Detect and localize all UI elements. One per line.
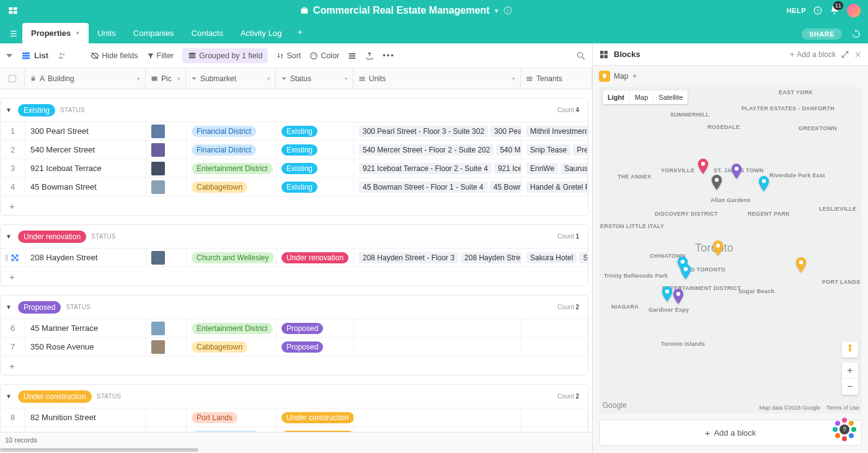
table-row[interactable]: 1300 Pearl StreetFinancial DistrictExist… xyxy=(1,122,588,141)
cell-pic[interactable] xyxy=(146,338,187,356)
cell-tenants[interactable]: Mithril Investment xyxy=(521,122,588,140)
cell-building[interactable]: 921 Iceboat Terrace xyxy=(25,159,146,177)
cell-submarket[interactable]: Entertainment District xyxy=(187,159,277,177)
cell-status[interactable]: Proposed xyxy=(277,338,354,356)
cell-submarket[interactable]: Cabbagetown xyxy=(187,178,277,196)
cell-tenants[interactable]: EnnWeSaurus F xyxy=(521,159,588,177)
map-pin[interactable] xyxy=(680,264,692,280)
sort-button[interactable]: Sort xyxy=(277,51,301,60)
table-row[interactable]: 208 Hayden StreetChurch and WellesleyUnd… xyxy=(1,248,588,267)
horizontal-scrollbar[interactable] xyxy=(0,447,592,453)
cell-building[interactable]: 208 Hayden Street xyxy=(25,248,146,266)
scroll-thumb[interactable] xyxy=(0,448,198,452)
cell-tenants[interactable]: Snip TeasePress xyxy=(521,141,588,159)
cell-submarket[interactable]: Port Lands xyxy=(187,408,277,426)
collapse-icon[interactable]: ▼ xyxy=(4,233,13,240)
cell-tenants[interactable] xyxy=(521,319,588,337)
cell-pic[interactable] xyxy=(146,122,187,140)
cell-building[interactable]: 25 Ching Lane xyxy=(25,427,146,432)
cell-submarket[interactable]: Financial District xyxy=(187,141,277,159)
row-height-icon[interactable] xyxy=(348,51,356,60)
hide-fields-button[interactable]: Hide fields xyxy=(91,51,138,60)
cell-tenants[interactable]: Sakura HotelSai xyxy=(521,248,588,266)
cell-building[interactable]: 82 Munition Street xyxy=(25,408,146,426)
column-pic[interactable]: Pic▾ xyxy=(146,68,186,89)
cell-submarket[interactable]: Church and Wellesley xyxy=(187,248,277,266)
map-pin[interactable] xyxy=(795,257,807,273)
share-button[interactable]: SHARE xyxy=(802,29,842,40)
filter-button[interactable]: Filter xyxy=(147,51,174,60)
cell-tenants[interactable] xyxy=(521,338,588,356)
cell-pic[interactable] xyxy=(146,159,187,177)
cell-pic[interactable] xyxy=(146,427,187,432)
more-icon[interactable]: ••• xyxy=(383,51,395,60)
map-block-header[interactable]: Map ▼ xyxy=(593,66,868,87)
cell-units[interactable] xyxy=(354,319,521,337)
help-icon[interactable]: ? xyxy=(813,6,822,15)
add-row-button[interactable]: + xyxy=(1,267,588,286)
column-status[interactable]: Status▾ xyxy=(276,68,353,89)
cell-submarket[interactable]: Entertainment District xyxy=(187,319,277,337)
cell-pic[interactable] xyxy=(146,178,187,196)
base-title[interactable]: Commercial Real Estate Management ▼ xyxy=(25,5,787,16)
intercom-launcher[interactable]: ? xyxy=(830,415,859,444)
collaborators-icon[interactable] xyxy=(57,51,67,61)
color-button[interactable]: Color xyxy=(309,51,339,60)
tab-properties[interactable]: Properties▼ xyxy=(22,23,89,43)
views-sidebar-toggle[interactable] xyxy=(6,53,12,59)
tab-contacts[interactable]: Contacts xyxy=(183,23,232,43)
cell-units[interactable]: 208 Hayden Street - Floor 3208 Hayden St… xyxy=(354,248,521,266)
history-icon[interactable] xyxy=(851,29,861,39)
tab-units[interactable]: Units xyxy=(89,23,125,43)
cell-units[interactable]: 921 Iceboat Terrace - Floor 2 - Suite 49… xyxy=(354,159,521,177)
add-block-link[interactable]: + Add a block xyxy=(790,50,836,59)
cell-status[interactable]: Under construction xyxy=(277,427,354,432)
collapse-icon[interactable]: ▼ xyxy=(4,393,13,400)
expand-record-icon[interactable] xyxy=(10,253,20,263)
tables-menu-icon[interactable]: ☰ xyxy=(5,29,22,43)
help-link[interactable]: HELP xyxy=(787,7,806,14)
info-icon[interactable] xyxy=(503,6,512,15)
cell-units[interactable] xyxy=(354,338,521,356)
cell-submarket[interactable]: Financial District xyxy=(187,122,277,140)
cell-status[interactable]: Under construction xyxy=(277,408,354,426)
map-zoom-control[interactable]: +− xyxy=(842,363,858,395)
share-view-icon[interactable] xyxy=(365,51,374,60)
map-pin[interactable] xyxy=(712,240,724,257)
cell-building[interactable]: 300 Pearl Street xyxy=(25,122,146,140)
cell-pic[interactable] xyxy=(146,141,187,159)
cell-submarket[interactable]: Downtown Yonge xyxy=(187,427,277,432)
cell-units[interactable] xyxy=(354,427,521,432)
add-table-button[interactable] xyxy=(290,23,310,43)
group-header[interactable]: ▼ProposedSTATUSCount 2 xyxy=(1,296,588,319)
cell-building[interactable]: 350 Rose Avenue xyxy=(25,338,146,356)
search-icon[interactable] xyxy=(576,51,586,61)
column-building[interactable]: ABuilding▾ xyxy=(25,68,146,89)
map-pin[interactable] xyxy=(697,159,709,175)
cell-submarket[interactable]: Cabbagetown xyxy=(187,338,277,356)
cell-status[interactable]: Existing xyxy=(277,141,354,159)
table-row[interactable]: 3921 Iceboat TerraceEntertainment Distri… xyxy=(1,159,588,178)
table-row[interactable]: 445 Bowman StreetCabbagetownExisting45 B… xyxy=(1,178,588,196)
cell-tenants[interactable] xyxy=(521,408,588,426)
cell-units[interactable]: 300 Pearl Street - Floor 3 - Suite 30230… xyxy=(354,122,521,140)
map-pin[interactable] xyxy=(730,164,743,180)
group-header[interactable]: ▼Under constructionSTATUSCount 2 xyxy=(1,385,588,408)
map-pin[interactable] xyxy=(711,175,723,191)
map-pin[interactable] xyxy=(758,176,770,192)
tab-companies[interactable]: Companies xyxy=(125,23,183,43)
cell-building[interactable]: 45 Mariner Terrace xyxy=(25,319,146,337)
cell-pic[interactable] xyxy=(146,248,187,266)
group-header[interactable]: ▼Under renovationSTATUSCount 1 xyxy=(1,225,588,248)
collapse-icon[interactable]: ▼ xyxy=(4,107,13,113)
cell-pic[interactable] xyxy=(146,319,187,337)
tab-activity-log[interactable]: Activity Log xyxy=(232,23,290,43)
group-button[interactable]: Grouped by 1 field xyxy=(182,48,268,63)
column-units[interactable]: Units▾ xyxy=(353,68,521,89)
table-row[interactable]: 7350 Rose AvenueCabbagetownProposed xyxy=(1,338,588,356)
map-pin[interactable] xyxy=(672,289,684,305)
cell-status[interactable]: Proposed xyxy=(277,319,354,337)
header-checkbox[interactable] xyxy=(0,68,25,89)
cell-building[interactable]: 45 Bowman Street xyxy=(25,178,146,196)
table-row[interactable]: 925 Ching LaneDowntown YongeUnder constr… xyxy=(1,427,588,432)
